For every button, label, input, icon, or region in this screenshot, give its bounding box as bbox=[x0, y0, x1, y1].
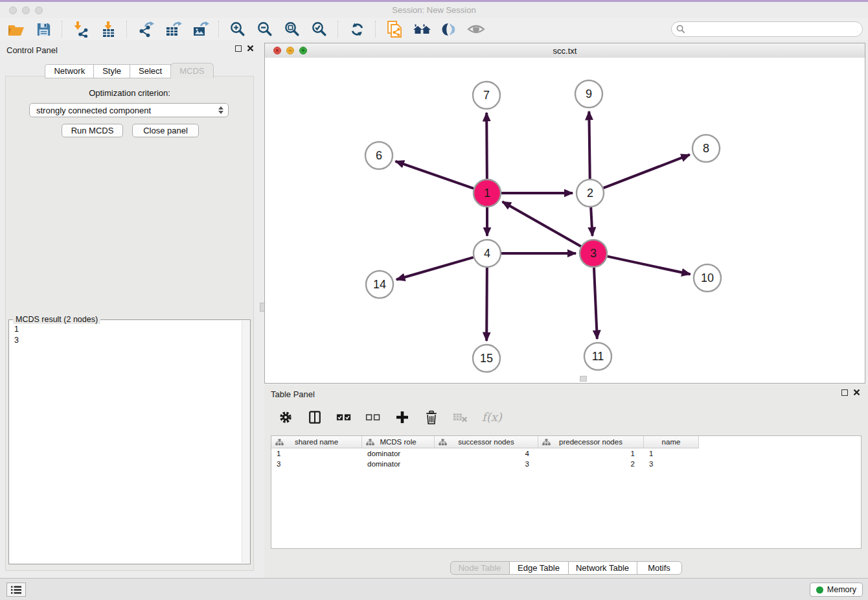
graph-node-7[interactable]: 7 bbox=[473, 82, 500, 109]
tab-network-table[interactable]: Network Table bbox=[568, 561, 637, 575]
zoom-fit-button[interactable] bbox=[282, 19, 302, 39]
edge-3-11[interactable] bbox=[594, 268, 597, 339]
graph-node-4[interactable]: 4 bbox=[474, 240, 501, 267]
tab-mcds[interactable]: MCDS bbox=[170, 63, 213, 78]
edge-2-3[interactable] bbox=[591, 207, 592, 236]
column-header-shared-name[interactable]: shared name bbox=[271, 436, 362, 448]
delete-table-button[interactable] bbox=[451, 408, 470, 427]
show-columns-button[interactable] bbox=[305, 408, 325, 427]
tab-style[interactable]: Style bbox=[93, 64, 130, 78]
network-canvas[interactable]: 1234678910111415 bbox=[265, 58, 865, 383]
graph-node-1[interactable]: 1 bbox=[474, 179, 501, 207]
table-cell[interactable]: 3 bbox=[435, 459, 538, 469]
close-panel-icon[interactable] bbox=[247, 45, 254, 52]
edge-4-14[interactable] bbox=[396, 257, 474, 279]
add-column-button[interactable] bbox=[393, 408, 412, 427]
table-cell[interactable]: 3 bbox=[271, 459, 362, 469]
edge-1-7[interactable] bbox=[486, 113, 487, 179]
import-network-button[interactable] bbox=[71, 19, 91, 39]
table-settings-button[interactable] bbox=[276, 408, 295, 427]
apply-function-button[interactable]: f(x) bbox=[480, 408, 506, 427]
graph-node-9[interactable]: 9 bbox=[575, 80, 602, 108]
edge-3-10[interactable] bbox=[608, 257, 691, 275]
table-cell[interactable]: 1 bbox=[538, 448, 644, 459]
result-scrollbar[interactable] bbox=[242, 321, 250, 563]
node-table: shared nameMCDS rolesuccessor nodesprede… bbox=[271, 435, 862, 549]
reset-view-button[interactable] bbox=[412, 19, 431, 39]
memory-button[interactable]: Memory bbox=[810, 583, 863, 597]
graph-node-2[interactable]: 2 bbox=[577, 179, 604, 207]
graph-node-3[interactable]: 3 bbox=[580, 240, 607, 267]
table-cell[interactable]: 1 bbox=[644, 448, 699, 459]
select-stepper-icon bbox=[218, 106, 223, 114]
graph-node-10[interactable]: 10 bbox=[694, 264, 721, 292]
edge-2-8[interactable] bbox=[604, 155, 690, 188]
task-history-button[interactable] bbox=[6, 583, 26, 597]
optimization-selected-value: strongly connected component bbox=[36, 106, 151, 115]
float-panel-icon[interactable] bbox=[235, 45, 242, 52]
deselect-all-button[interactable] bbox=[363, 408, 383, 427]
edge-2-9[interactable] bbox=[589, 111, 589, 179]
graph-node-8[interactable]: 8 bbox=[692, 135, 720, 162]
export-image-button[interactable] bbox=[190, 19, 210, 39]
tab-edge-table[interactable]: Edge Table bbox=[509, 561, 569, 575]
select-all-button[interactable] bbox=[334, 408, 354, 427]
table-panel-title: Table Panel bbox=[271, 389, 315, 399]
graph-node-6[interactable]: 6 bbox=[365, 142, 393, 169]
zoom-selected-button[interactable] bbox=[310, 19, 329, 39]
save-session-button[interactable] bbox=[34, 19, 53, 39]
edge-4-15[interactable] bbox=[486, 268, 487, 341]
result-line: 1 bbox=[14, 324, 19, 335]
close-panel-button[interactable]: Close panel bbox=[132, 124, 199, 137]
float-table-panel-icon[interactable] bbox=[841, 389, 848, 396]
hide-show-button[interactable] bbox=[466, 19, 486, 39]
table-cell[interactable]: 4 bbox=[435, 448, 538, 459]
table-cell[interactable]: 2 bbox=[538, 459, 644, 469]
toggle-graphics-details-button[interactable] bbox=[439, 19, 459, 39]
table-row[interactable]: 1dominator411 bbox=[271, 448, 861, 459]
zoom-in-button[interactable] bbox=[228, 19, 247, 39]
sort-column-icon bbox=[275, 439, 284, 446]
column-header-predecessor-nodes[interactable]: predecessor nodes bbox=[538, 436, 644, 448]
table-cell[interactable]: dominator bbox=[362, 459, 435, 469]
tab-network[interactable]: Network bbox=[45, 64, 94, 78]
table-cell[interactable]: 1 bbox=[271, 448, 362, 459]
deselect-all-icon bbox=[365, 411, 381, 423]
network-window-titlebar: × − + scc.txt bbox=[265, 43, 865, 58]
column-header-mcds-role[interactable]: MCDS role bbox=[362, 436, 435, 448]
import-table-button[interactable] bbox=[98, 19, 118, 39]
svg-text:3: 3 bbox=[590, 247, 597, 260]
zoom-out-button[interactable] bbox=[255, 19, 275, 39]
run-mcds-button[interactable]: Run MCDS bbox=[62, 124, 123, 137]
eye-icon bbox=[467, 22, 485, 36]
svg-text:14: 14 bbox=[373, 278, 386, 291]
svg-text:4: 4 bbox=[484, 247, 490, 260]
canvas-scroll-nub[interactable] bbox=[580, 376, 587, 382]
graph-node-14[interactable]: 14 bbox=[366, 271, 393, 298]
open-session-button[interactable] bbox=[6, 19, 26, 39]
graph-node-11[interactable]: 11 bbox=[584, 343, 611, 370]
tab-motifs[interactable]: Motifs bbox=[637, 561, 682, 575]
table-row[interactable]: 3dominator323 bbox=[271, 459, 861, 469]
search-input[interactable] bbox=[689, 23, 856, 36]
optimization-select[interactable]: strongly connected component bbox=[29, 103, 229, 117]
status-bar: Memory bbox=[0, 578, 868, 600]
tab-node-table[interactable]: Node Table bbox=[450, 561, 510, 575]
svg-text:2: 2 bbox=[587, 187, 593, 200]
mcds-panel: Optimization criterion: strongly connect… bbox=[5, 76, 254, 571]
table-cell[interactable]: dominator bbox=[362, 448, 435, 459]
close-table-panel-icon[interactable] bbox=[853, 389, 860, 396]
edge-3-1[interactable] bbox=[502, 202, 580, 246]
export-table-button[interactable] bbox=[163, 19, 183, 39]
export-network-button[interactable] bbox=[136, 19, 155, 39]
apply-layout-button[interactable] bbox=[347, 19, 367, 39]
graph-node-15[interactable]: 15 bbox=[473, 345, 500, 372]
delete-column-button[interactable] bbox=[422, 408, 441, 427]
show-networks-button[interactable] bbox=[385, 19, 404, 39]
table-cell[interactable]: 3 bbox=[644, 459, 699, 469]
column-header-name[interactable]: name bbox=[644, 436, 699, 448]
edge-1-6[interactable] bbox=[396, 161, 474, 189]
column-header-successor-nodes[interactable]: successor nodes bbox=[435, 436, 538, 448]
refresh-layout-icon bbox=[349, 21, 365, 38]
tab-select[interactable]: Select bbox=[130, 64, 171, 78]
